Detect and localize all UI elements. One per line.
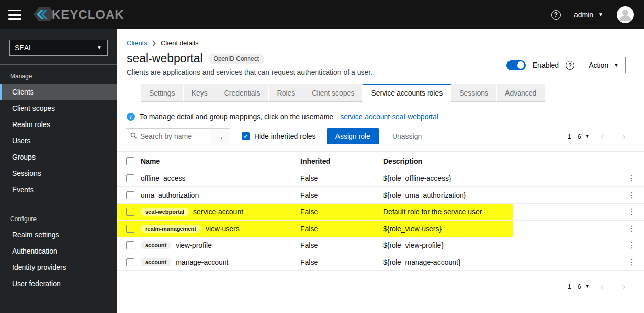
client-badge: seal-webportal xyxy=(141,208,189,216)
search-submit-button[interactable]: → xyxy=(210,128,230,144)
hide-inherited-label: Hide inherited roles xyxy=(254,132,316,140)
role-name: view-profile xyxy=(176,241,212,249)
brand-text: KEYCLOAK xyxy=(52,8,124,22)
protocol-badge: OpenID Connect xyxy=(208,54,264,64)
sidebar-item-client-scopes[interactable]: Client scopes xyxy=(0,100,117,116)
enabled-label: Enabled xyxy=(533,61,559,69)
column-header-inherited: Inherited xyxy=(297,157,380,165)
kebab-menu-icon[interactable]: ⋮ xyxy=(628,191,636,199)
role-name: manage-account xyxy=(176,258,228,266)
role-description: ${role_view-users} xyxy=(380,225,618,233)
previous-page-icon[interactable]: ‹ xyxy=(594,281,612,291)
table-header-row: Name Inherited Description xyxy=(117,152,644,170)
enabled-help-icon[interactable]: ? xyxy=(566,61,574,70)
next-page-icon[interactable]: › xyxy=(615,281,633,291)
kebab-menu-icon[interactable]: ⋮ xyxy=(628,208,636,216)
role-name: service-account xyxy=(193,208,243,216)
role-inherited: False xyxy=(297,208,380,216)
role-name: offline_access xyxy=(141,174,185,182)
previous-page-icon[interactable]: ‹ xyxy=(594,131,612,141)
column-header-description: Description xyxy=(380,157,618,165)
assign-role-button[interactable]: Assign role xyxy=(327,128,379,144)
column-header-name: Name xyxy=(137,157,297,165)
roles-table: Name Inherited Description offline_acces… xyxy=(117,152,644,271)
info-icon: i xyxy=(127,113,135,121)
tab-sessions[interactable]: Sessions xyxy=(451,84,497,102)
pagination-range: 1 - 6 xyxy=(568,283,581,290)
tab-keys[interactable]: Keys xyxy=(184,84,216,102)
chevron-down-icon: ▼ xyxy=(97,45,102,50)
keycloak-logo: KEYCLOAK xyxy=(32,5,124,25)
kebab-menu-icon[interactable]: ⋮ xyxy=(628,258,636,266)
role-inherited: False xyxy=(297,258,380,266)
realm-selector[interactable]: SEAL ▼ xyxy=(9,40,108,56)
row-checkbox[interactable] xyxy=(126,225,134,233)
avatar[interactable] xyxy=(617,6,634,23)
nav-section-configure: Configure xyxy=(0,207,117,227)
tab-credentials[interactable]: Credentials xyxy=(216,84,269,102)
sidebar-item-realm-settings[interactable]: Realm settings xyxy=(0,227,117,243)
kebab-menu-icon[interactable]: ⋮ xyxy=(628,241,636,249)
search-input[interactable] xyxy=(140,132,201,140)
unassign-button[interactable]: Unassign xyxy=(392,132,422,140)
table-row: uma_authorization False ${role_uma_autho… xyxy=(117,187,644,204)
pagination-caret-icon[interactable]: ▼ xyxy=(585,284,590,289)
role-description: ${role_offline-access} xyxy=(380,174,618,182)
client-badge: account xyxy=(141,241,171,249)
row-checkbox[interactable] xyxy=(126,241,134,249)
tab-advanced[interactable]: Advanced xyxy=(497,84,545,102)
table-row: offline_access False ${role_offline-acce… xyxy=(117,170,644,187)
search-icon xyxy=(130,132,137,140)
hamburger-menu-icon[interactable] xyxy=(8,10,21,20)
sidebar-item-users[interactable]: Users xyxy=(0,133,117,149)
hide-inherited-checkbox[interactable] xyxy=(242,132,250,140)
role-description: ${role_uma_authorization} xyxy=(380,191,618,199)
sidebar-item-user-federation[interactable]: User federation xyxy=(0,275,117,292)
nav-section-manage: Manage xyxy=(0,65,117,84)
sidebar-item-clients[interactable]: Clients xyxy=(0,84,117,100)
tab-settings[interactable]: Settings xyxy=(141,84,184,102)
pagination-range: 1 - 6 xyxy=(568,133,581,140)
row-checkbox[interactable] xyxy=(126,258,134,266)
action-dropdown-button[interactable]: Action ▼ xyxy=(582,57,626,73)
breadcrumb-current: Client details xyxy=(161,39,198,47)
enabled-toggle[interactable] xyxy=(506,60,526,70)
client-badge: account xyxy=(141,258,171,266)
breadcrumb-separator-icon: ❯ xyxy=(152,40,156,46)
client-tabs: Settings Keys Credentials Roles Client s… xyxy=(117,84,644,102)
tab-client-scopes[interactable]: Client scopes xyxy=(303,84,363,102)
row-checkbox[interactable] xyxy=(126,191,134,199)
role-description: Default role for the service user xyxy=(380,208,618,216)
pagination-caret-icon[interactable]: ▼ xyxy=(585,134,590,139)
sidebar-item-sessions[interactable]: Sessions xyxy=(0,165,117,181)
service-account-link[interactable]: service-account-seal-webportal xyxy=(340,113,438,121)
tab-service-accounts-roles[interactable]: Service accounts roles xyxy=(363,84,451,102)
sidebar: SEAL ▼ Manage Clients Client scopes Real… xyxy=(0,29,117,313)
role-inherited: False xyxy=(297,191,380,199)
table-row-highlighted: realm-management view-users False ${role… xyxy=(117,221,644,237)
kebab-menu-icon[interactable]: ⋮ xyxy=(628,174,636,182)
sidebar-item-authentication[interactable]: Authentication xyxy=(0,243,117,259)
sidebar-item-events[interactable]: Events xyxy=(0,181,117,198)
tab-roles[interactable]: Roles xyxy=(269,84,304,102)
sidebar-item-identity-providers[interactable]: Identity providers xyxy=(0,259,117,275)
role-name: uma_authorization xyxy=(141,191,199,199)
sidebar-item-realm-roles[interactable]: Realm roles xyxy=(0,116,117,133)
realm-name: SEAL xyxy=(15,44,33,52)
topbar: KEYCLOAK ? admin ▼ xyxy=(0,0,644,29)
table-row: account manage-account False ${role_mana… xyxy=(117,254,644,271)
next-page-icon[interactable]: › xyxy=(615,131,633,141)
kebab-menu-icon[interactable]: ⋮ xyxy=(628,225,636,233)
breadcrumb: Clients ❯ Client details xyxy=(117,29,644,47)
sidebar-item-groups[interactable]: Groups xyxy=(0,149,117,165)
breadcrumb-clients-link[interactable]: Clients xyxy=(127,39,147,47)
user-menu[interactable]: admin ▼ xyxy=(574,11,603,19)
row-checkbox[interactable] xyxy=(126,208,134,216)
roles-toolbar: → Hide inherited roles Assign role Unass… xyxy=(117,121,644,152)
select-all-checkbox[interactable] xyxy=(126,157,134,165)
row-checkbox[interactable] xyxy=(126,174,134,182)
help-icon[interactable]: ? xyxy=(551,10,561,20)
role-description: ${role_view-profile} xyxy=(380,241,618,249)
table-row-highlighted: seal-webportal service-account False Def… xyxy=(117,204,644,221)
info-text: To manage detail and group mappings, cli… xyxy=(140,113,333,121)
